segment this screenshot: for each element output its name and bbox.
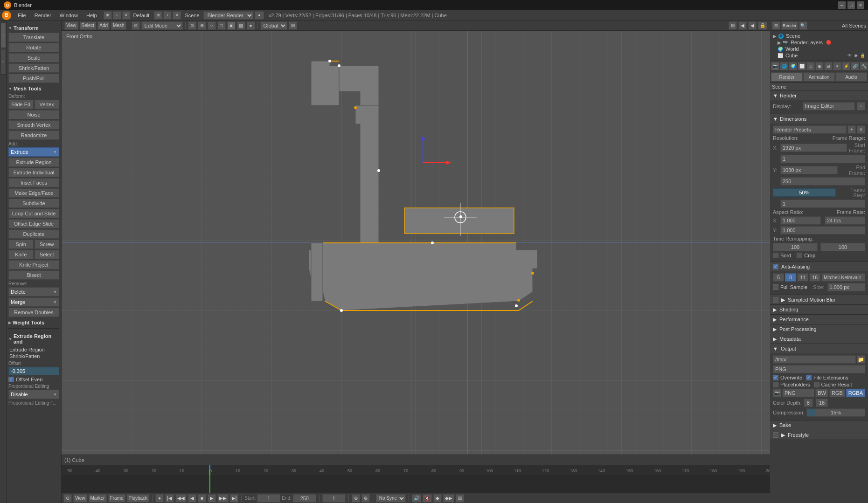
help-menu[interactable]: Help xyxy=(83,12,101,19)
scene-icon[interactable]: ⊞ xyxy=(154,11,162,20)
render-btn-2[interactable]: ◀ xyxy=(748,21,757,30)
metadata-header[interactable]: ▶ Metadata xyxy=(770,334,868,344)
props-part-icon[interactable]: ✦ xyxy=(833,62,841,70)
format-value2[interactable]: PNG xyxy=(782,389,814,397)
stop-btn[interactable]: ■ xyxy=(198,494,206,503)
transform-icon[interactable]: ⊞ xyxy=(289,21,297,30)
offset-edge-btn[interactable]: Offset Edge Slide xyxy=(8,219,59,228)
aa-header[interactable]: ✓ Anti-Aliasing xyxy=(770,262,868,271)
create-tab[interactable]: C xyxy=(0,49,6,75)
aa-8-btn[interactable]: 8 xyxy=(785,273,796,282)
keying-set-btn[interactable]: ⊕ xyxy=(361,494,370,503)
motion-blur-checkbox[interactable] xyxy=(773,297,778,303)
sync-select[interactable]: No Sync AV-sync xyxy=(376,494,406,503)
render-engine-select[interactable]: Blender Render Cycles Render xyxy=(203,11,254,20)
aa-16-btn[interactable]: 16 xyxy=(809,273,820,282)
rh-view-btn[interactable]: Render xyxy=(781,21,798,30)
offset-value[interactable]: -0.305 xyxy=(8,367,59,375)
playback-btn[interactable]: Playback xyxy=(127,494,150,503)
snap-btn[interactable]: ⊕ xyxy=(198,21,206,30)
jump-end-btn[interactable]: ▶| xyxy=(230,494,239,503)
mute-btn[interactable]: 🔇 xyxy=(423,494,432,503)
rh-search-btn[interactable]: 🔍 xyxy=(799,21,807,30)
mode-icon[interactable]: ⊙ xyxy=(132,21,140,30)
performance-header[interactable]: ▶ Performance xyxy=(770,315,868,324)
play-btn[interactable]: ▶ xyxy=(208,494,216,503)
render-tab-anim[interactable]: Animation xyxy=(803,72,835,82)
res-y-value[interactable]: 1080 px xyxy=(780,166,838,174)
file-menu[interactable]: File xyxy=(14,12,30,19)
screw-btn[interactable]: Screw xyxy=(35,240,60,249)
merge-btn[interactable]: Merge ▼ xyxy=(8,297,59,307)
randomize-btn[interactable]: Randomize xyxy=(8,131,59,140)
res-x-value[interactable]: 1920 px xyxy=(780,144,847,152)
shading-header[interactable]: ▶ Shading xyxy=(770,305,868,314)
scene-item[interactable]: ▶ 🌐 Scene xyxy=(772,33,866,39)
keying-btn[interactable]: ⊕ xyxy=(352,494,360,503)
world-item[interactable]: 🌍 World xyxy=(772,46,866,52)
layout-icon[interactable]: ⊞ xyxy=(104,11,112,20)
compression-bar[interactable]: 15% xyxy=(806,408,865,417)
viewport-canvas[interactable]: Front Ortho xyxy=(62,31,770,455)
props-mat-icon[interactable]: ◉ xyxy=(815,62,824,70)
bord-checkbox[interactable] xyxy=(773,253,778,258)
screen-icon[interactable]: ⊙ xyxy=(63,494,72,503)
close-btn[interactable]: ✕ xyxy=(857,1,864,9)
vertex-btn[interactable]: Vertex xyxy=(35,100,60,109)
aspect-y-val[interactable]: 1.000 xyxy=(780,226,865,234)
rgb-btn[interactable]: RGB xyxy=(829,389,845,397)
render-tab-audio[interactable]: Audio xyxy=(835,72,867,82)
post-processing-header[interactable]: ▶ Post Processing xyxy=(770,324,868,334)
time-remap-old[interactable]: 100 xyxy=(773,243,818,251)
remove-doubles-btn[interactable]: Remove Doubles xyxy=(8,308,59,317)
bisect-btn[interactable]: Bisect xyxy=(8,270,59,280)
start-frame-val[interactable]: 1 xyxy=(780,155,865,163)
spin-btn[interactable]: Spin xyxy=(8,240,34,249)
close-layout-btn[interactable]: ✕ xyxy=(122,11,131,20)
keyframe-btn[interactable]: ◆ xyxy=(433,494,442,503)
aa-11-btn[interactable]: 11 xyxy=(797,273,808,282)
browse-btn[interactable]: 📁 xyxy=(857,355,865,364)
props-obj-icon[interactable]: ⬜ xyxy=(798,62,806,70)
rendered-btn[interactable]: ● xyxy=(247,21,255,30)
cube-item[interactable]: ⬜ Cube 👁 ◉ 🔒 xyxy=(772,52,866,59)
depth-8-btn[interactable]: 8 xyxy=(804,399,813,407)
scene-add-btn[interactable]: + xyxy=(163,11,172,20)
layers-btn[interactable]: ⊞ xyxy=(729,21,737,30)
viewport-view-btn[interactable]: View xyxy=(64,21,78,30)
wireframe-btn[interactable]: □ xyxy=(217,21,226,30)
translate-btn[interactable]: Translate xyxy=(8,33,59,42)
add-layout-btn[interactable]: + xyxy=(113,11,121,20)
extrude-region-btn[interactable]: Extrude Region xyxy=(8,158,59,167)
view-btn[interactable]: View xyxy=(73,494,87,503)
end-frame-val[interactable]: 250 xyxy=(780,177,865,186)
props-world-icon[interactable]: 🌍 xyxy=(789,62,797,70)
props-mesh-icon[interactable]: △ xyxy=(806,62,815,70)
jump-back-btn[interactable]: ◀◀ xyxy=(175,494,187,503)
bake-header[interactable]: ▶ Bake xyxy=(770,420,868,430)
freestyle-header[interactable]: ▶ Freestyle xyxy=(770,430,868,440)
loop-cut-btn[interactable]: Loop Cut and Slide xyxy=(8,209,59,218)
window-menu[interactable]: Window xyxy=(56,12,82,19)
viewport-add-btn[interactable]: Add xyxy=(97,21,110,30)
delete-btn[interactable]: Delete ▼ xyxy=(8,287,59,296)
depth-16-btn[interactable]: 16 xyxy=(816,399,828,407)
minimize-btn[interactable]: ─ xyxy=(838,1,846,9)
overwrite-checkbox[interactable]: ✓ xyxy=(773,375,778,380)
full-sample-checkbox[interactable] xyxy=(773,284,778,290)
display-expand-btn[interactable]: + xyxy=(857,102,865,110)
extrude-btn[interactable]: Extrude ▼ xyxy=(8,147,59,157)
proportional-btn[interactable]: ○ xyxy=(208,21,216,30)
slide-edge-btn[interactable]: Slide Ed xyxy=(8,100,34,109)
duplicate-btn[interactable]: Duplicate xyxy=(8,229,59,239)
scale-btn[interactable]: Scale xyxy=(8,53,59,62)
solid-btn[interactable]: ■ xyxy=(227,21,236,30)
presets-remove-btn[interactable]: ✕ xyxy=(857,125,865,134)
viewport-select-btn[interactable]: Select xyxy=(80,21,97,30)
viewport-mesh-btn[interactable]: Mesh xyxy=(111,21,126,30)
marker-btn[interactable]: Marker xyxy=(89,494,107,503)
scene-lock-btn[interactable]: 🔒 xyxy=(758,21,767,30)
aa-5-btn[interactable]: 5 xyxy=(773,273,784,282)
end-frame-input[interactable]: 250 xyxy=(293,494,316,503)
bw-btn[interactable]: BW xyxy=(815,389,828,397)
